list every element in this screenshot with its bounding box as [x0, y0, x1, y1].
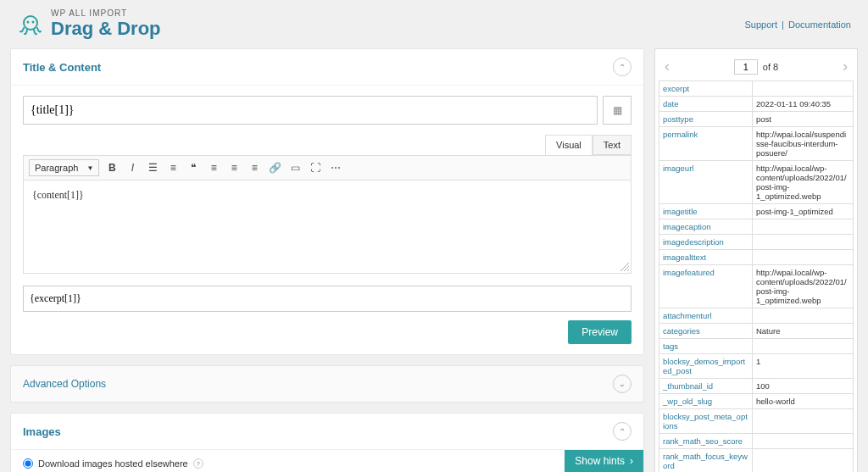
data-value-cell: 2022-01-11 09:40:35	[752, 97, 853, 112]
brand-small: WP ALL IMPORT	[51, 8, 161, 18]
data-key-link[interactable]: _thumbnail_id	[663, 381, 713, 391]
data-value-cell: 1	[752, 354, 853, 379]
support-link[interactable]: Support	[744, 19, 777, 30]
data-value-cell: http://wpai.local/wp-content/uploads/202…	[752, 265, 853, 308]
table-row: _wp_old_slughello-world	[659, 394, 854, 409]
data-value-cell	[752, 235, 853, 250]
table-row: blocksy_post_meta_options	[659, 409, 854, 434]
italic-icon[interactable]: I	[125, 160, 140, 175]
table-row: rank_math_seo_score	[659, 434, 854, 449]
help-icon[interactable]: ?	[193, 458, 203, 469]
title-content-heading: Title & Content	[23, 61, 101, 74]
data-key-link[interactable]: _wp_old_slug	[663, 397, 712, 406]
advanced-options-heading: Advanced Options	[23, 378, 106, 390]
svg-point-0	[24, 16, 37, 30]
data-key-link[interactable]: imagetitle	[663, 207, 698, 216]
data-value-cell: Nature	[752, 324, 853, 339]
next-page-icon[interactable]: ›	[838, 58, 852, 75]
toolbar-toggle-icon[interactable]: ⋯	[328, 160, 343, 175]
data-value-cell	[752, 219, 853, 235]
tab-text[interactable]: Text	[593, 135, 632, 155]
align-left-icon[interactable]: ≡	[206, 160, 221, 175]
align-center-icon[interactable]: ≡	[226, 160, 242, 175]
table-row: posttypepost	[659, 112, 854, 127]
documentation-link[interactable]: Documentation	[788, 19, 851, 30]
data-key-link[interactable]: imagealttext	[663, 253, 706, 262]
header-links: Support | Documentation	[744, 19, 851, 30]
table-row: permalinkhttp://wpai.local/suspendisse-f…	[659, 127, 854, 161]
download-images-label: Download images hosted elsewhere	[38, 458, 188, 469]
images-panel: Images ⌃ Show hints › Download images ho…	[10, 413, 644, 472]
table-row: tags	[659, 339, 854, 354]
resize-handle-icon[interactable]	[620, 263, 629, 271]
link-icon[interactable]: 🔗	[267, 160, 282, 175]
prev-page-icon[interactable]: ‹	[660, 58, 674, 75]
data-value-cell	[752, 339, 853, 354]
table-row: attachmenturl	[659, 308, 854, 324]
data-key-link[interactable]: tags	[663, 342, 678, 351]
tab-visual[interactable]: Visual	[545, 135, 593, 155]
page-number-input[interactable]	[734, 59, 758, 75]
title-aux-icon[interactable]: ▦	[603, 96, 632, 125]
data-key-link[interactable]: imageurl	[663, 164, 693, 173]
data-value-cell	[752, 449, 853, 473]
images-heading: Images	[23, 425, 61, 438]
chevron-right-icon: ›	[630, 455, 633, 467]
readmore-icon[interactable]: ▭	[287, 160, 303, 175]
data-key-link[interactable]: excerpt	[663, 84, 689, 93]
align-right-icon[interactable]: ≡	[247, 160, 262, 175]
data-value-cell: 100	[752, 379, 853, 394]
data-key-link[interactable]: attachmenturl	[663, 311, 712, 320]
blockquote-icon[interactable]: ❝	[186, 160, 201, 175]
data-key-link[interactable]: blocksy_post_meta_options	[663, 412, 748, 430]
data-preview-table: excerptdate2022-01-11 09:40:35posttypepo…	[659, 81, 854, 472]
numbered-list-icon[interactable]: ≡	[165, 160, 181, 175]
content-editor[interactable]: {content[1]}	[23, 180, 632, 274]
app-header: WP ALL IMPORT Drag & Drop Support | Docu…	[0, 0, 868, 48]
data-key-link[interactable]: imagefeatured	[663, 268, 715, 277]
data-key-link[interactable]: imagedescription	[663, 237, 724, 247]
download-images-radio[interactable]	[23, 458, 33, 469]
preview-button[interactable]: Preview	[568, 320, 632, 344]
table-row: imageurlhttp://wpai.local/wp-content/upl…	[659, 161, 854, 204]
data-value-cell	[752, 434, 853, 449]
logo-area: WP ALL IMPORT Drag & Drop	[17, 8, 161, 40]
table-row: date2022-01-11 09:40:35	[659, 97, 854, 112]
show-hints-button[interactable]: Show hints ›	[565, 450, 643, 472]
data-key-link[interactable]: date	[663, 99, 679, 108]
data-key-link[interactable]: imagecaption	[663, 222, 711, 231]
table-row: imagedescription	[659, 235, 854, 250]
data-value-cell: http://wpai.local/wp-content/uploads/202…	[752, 161, 853, 204]
data-key-link[interactable]: rank_math_focus_keyword	[663, 452, 748, 470]
data-key-link[interactable]: rank_math_seo_score	[663, 436, 743, 446]
data-value-cell: hello-world	[752, 394, 853, 409]
table-row: blocksy_demos_imported_post1	[659, 354, 854, 379]
page-of-text: of 8	[763, 62, 778, 72]
svg-point-2	[32, 20, 35, 23]
data-key-link[interactable]: posttype	[663, 114, 693, 124]
table-row: imagetitlepost-img-1_optimized	[659, 204, 854, 219]
table-row: _thumbnail_id100	[659, 379, 854, 394]
svg-point-1	[27, 20, 30, 23]
data-key-link[interactable]: blocksy_demos_imported_post	[663, 357, 745, 375]
advanced-options-panel: Advanced Options ⌃	[10, 365, 644, 403]
bold-icon[interactable]: B	[104, 160, 120, 175]
title-input[interactable]	[23, 96, 598, 125]
expand-toggle-icon[interactable]: ⌃	[613, 375, 632, 393]
excerpt-input[interactable]	[23, 286, 632, 312]
editor-toolbar: Paragraph▼ B I ☰ ≡ ❝ ≡ ≡ ≡ 🔗 ▭ ⛶ ⋯	[23, 155, 632, 180]
collapse-toggle-icon[interactable]: ⌃	[613, 58, 632, 76]
table-row: rank_math_focus_keyword	[659, 449, 854, 473]
title-content-panel: Title & Content ⌃ ▦ Visual Text Paragrap…	[10, 48, 644, 355]
data-key-link[interactable]: permalink	[663, 130, 698, 139]
bullet-list-icon[interactable]: ☰	[145, 160, 160, 175]
data-value-cell: post	[752, 112, 853, 127]
data-key-link[interactable]: categories	[663, 326, 700, 336]
data-value-cell	[752, 308, 853, 324]
collapse-toggle-icon[interactable]: ⌃	[613, 422, 632, 441]
format-select[interactable]: Paragraph▼	[29, 159, 99, 176]
data-preview-panel: ‹ of 8 › excerptdate2022-01-11 09:40:35p…	[654, 48, 858, 472]
octopus-logo-icon	[17, 11, 44, 38]
data-value-cell	[752, 250, 853, 265]
fullscreen-icon[interactable]: ⛶	[308, 160, 323, 175]
